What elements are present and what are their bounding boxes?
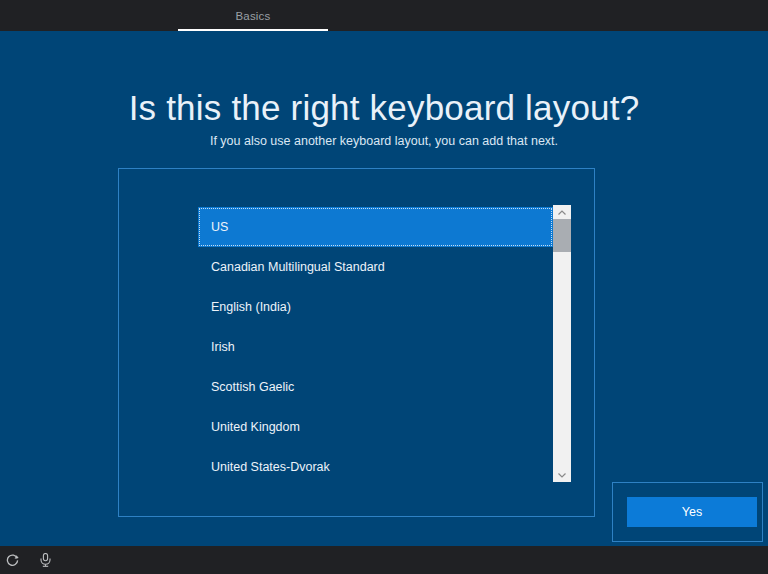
scroll-down-icon[interactable]: [553, 468, 571, 482]
tab-basics-underline: [178, 29, 328, 31]
ease-of-access-icon[interactable]: [5, 553, 19, 567]
page-title: Is this the right keyboard layout?: [0, 88, 768, 128]
list-item-english-india[interactable]: English (India): [198, 287, 553, 327]
list-item-irish[interactable]: Irish: [198, 327, 553, 367]
keyboard-layout-listbox: US Canadian Multilingual Standard Englis…: [198, 207, 553, 487]
list-item-united-states-dvorak[interactable]: United States-Dvorak: [198, 447, 553, 487]
tab-basics-label: Basics: [235, 10, 270, 22]
top-progress-bar: Basics: [0, 0, 768, 31]
confirm-panel: Yes: [612, 482, 763, 542]
list-item-label: Irish: [211, 340, 235, 354]
list-item-label: US: [211, 220, 228, 234]
list-item-us[interactable]: US: [198, 207, 553, 247]
bottom-utility-bar: [0, 546, 768, 574]
list-item-label: English (India): [211, 300, 291, 314]
list-item-label: United States-Dvorak: [211, 460, 330, 474]
page-subtitle: If you also use another keyboard layout,…: [0, 134, 768, 148]
list-item-canadian-multilingual-standard[interactable]: Canadian Multilingual Standard: [198, 247, 553, 287]
scrollbar-thumb[interactable]: [553, 219, 571, 252]
list-item-label: Canadian Multilingual Standard: [211, 260, 385, 274]
list-item-label: United Kingdom: [211, 420, 300, 434]
oobe-keyboard-screen: Basics Is this the right keyboard layout…: [0, 0, 768, 574]
list-item-label: Scottish Gaelic: [211, 380, 294, 394]
microphone-icon[interactable]: [38, 553, 52, 567]
list-item-united-kingdom[interactable]: United Kingdom: [198, 407, 553, 447]
list-item-scottish-gaelic[interactable]: Scottish Gaelic: [198, 367, 553, 407]
tab-basics: Basics: [178, 0, 328, 31]
yes-button[interactable]: Yes: [627, 497, 757, 527]
keyboard-layout-panel: US Canadian Multilingual Standard Englis…: [118, 168, 595, 517]
scroll-up-icon[interactable]: [553, 205, 571, 219]
list-scrollbar[interactable]: [553, 205, 571, 482]
